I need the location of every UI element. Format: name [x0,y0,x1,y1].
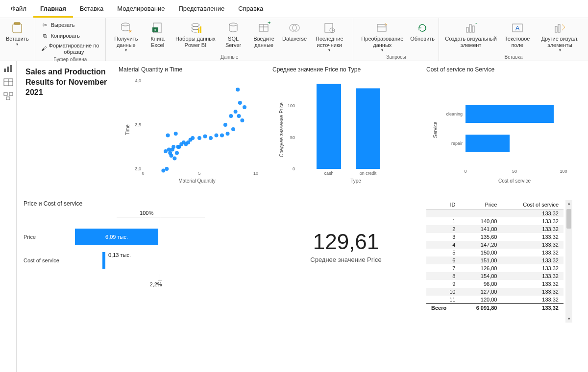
svg-point-74 [229,114,233,118]
kpi-value: 129,61 [272,230,419,254]
svg-point-75 [231,127,235,131]
scatter-visual[interactable]: Material Quantity и Time Time Material Q… [119,66,266,193]
svg-rect-96 [466,105,554,123]
svg-point-80 [240,118,244,122]
svg-point-78 [237,114,241,118]
svg-text:50: 50 [290,135,295,140]
ribbon-group-label: Запросы [357,53,435,60]
table-row[interactable]: 6151,00133,32 [426,256,564,264]
pbi-datasets-button[interactable]: Наборы данных Power BI [173,20,218,49]
sql-server-button[interactable]: SQL Server [221,20,245,49]
tab-file[interactable]: Файл [4,2,33,18]
table-row[interactable]: 996,00133,32 [426,280,564,288]
recent-sources-button[interactable]: Последние источники▾ [310,20,349,53]
database-arrow-icon [119,21,133,35]
table-row[interactable]: 4147,20133,32 [426,241,564,249]
col-cost[interactable]: Cost of service [502,200,564,209]
paste-label: Вставить [6,36,29,42]
svg-point-51 [167,147,171,151]
paste-button[interactable]: Вставить ▾ [4,20,31,47]
transform-data-button[interactable]: Преобразование данных▾ [357,20,407,53]
svg-text:cash: cash [324,171,333,176]
tab-modeling[interactable]: Моделирование [110,2,172,18]
textbox-button[interactable]: A Текстовое поле [502,20,533,49]
table-visual[interactable]: ID Price Cost of service 133,321140,0013… [426,200,573,347]
bar-service-visual[interactable]: Cost of service по Service Service Cost … [426,66,573,193]
dataverse-icon [288,21,301,35]
tab-home[interactable]: Главная [33,2,73,18]
funnel-label: Price [24,234,70,240]
copy-button[interactable]: ⧉ Копировать [39,31,82,41]
svg-point-76 [234,110,238,114]
enter-data-button[interactable]: + Введите данные [248,20,279,49]
svg-rect-23 [469,24,471,32]
recent-icon [322,21,336,35]
svg-text:repair: repair [451,141,463,146]
table-row[interactable]: 5150,00133,32 [426,249,564,256]
tab-help[interactable]: Справка [231,2,270,18]
table-row[interactable]: 7126,00133,32 [426,264,564,272]
svg-rect-36 [4,93,7,95]
refresh-button[interactable]: Обновить [410,20,435,43]
get-data-button[interactable]: Получить данные▾ [110,20,143,53]
tab-insert[interactable]: Вставка [73,2,110,18]
svg-text:50: 50 [512,169,517,174]
svg-text:3,0: 3,0 [135,166,141,171]
cut-button[interactable]: ✂ Вырезать [39,20,77,30]
report-canvas[interactable]: Sales and Production Results for Novembe… [17,61,588,372]
svg-point-69 [209,136,213,140]
funnel-chart: 100% Price 6,09 тыс. Cost of service 0,1… [24,210,266,287]
scatter-chart: Time Material Quantity 3,03,54,00510 [119,76,266,184]
ribbon-group-queries: Преобразование данных▾ Обновить Запросы [353,18,439,61]
svg-point-68 [203,134,207,138]
chevron-down-icon: ▾ [16,42,18,46]
more-visuals-button[interactable]: Другие визуал. элементы▾ [536,20,584,53]
svg-text:3,5: 3,5 [135,122,141,127]
scroll-thumb[interactable] [566,209,571,229]
data-table: ID Price Cost of service 133,321140,0013… [426,200,564,312]
scroll-down-icon[interactable]: ▾ [568,316,570,323]
funnel-visual[interactable]: Price и Cost of service 100% Price 6,09 … [24,200,266,347]
table-row[interactable]: 11120,00133,32 [426,296,564,304]
table-row[interactable]: 2141,00133,32 [426,225,564,233]
table-row[interactable]: 1140,00133,32 [426,217,564,225]
table-scrollbar[interactable]: ▴ ▾ [565,200,572,323]
table-row[interactable]: 8154,00133,32 [426,272,564,280]
col-id[interactable]: ID [426,200,460,209]
svg-point-73 [226,132,230,136]
chart-title: Price и Cost of service [24,200,266,207]
report-view-button[interactable] [3,64,14,73]
new-visual-button[interactable]: + Создать визуальный элемент [443,20,499,49]
funnel-bar-price: 6,09 тыс. [75,229,158,245]
svg-rect-98 [466,135,510,152]
svg-text:Service: Service [433,121,438,138]
table-row[interactable]: 133,32 [426,209,564,218]
svg-text:on credit: on credit [360,171,377,176]
col-price[interactable]: Price [460,200,502,209]
kpi-visual[interactable]: 129,61 Среднее значение Price [272,200,419,347]
svg-point-16 [290,24,296,31]
svg-rect-1 [13,24,22,33]
svg-point-48 [164,149,168,153]
bar-type-chart: Среднее значение Price Type 050100cashon… [272,76,419,184]
format-painter-button[interactable]: 🖌 Форматирование по образцу [39,42,101,56]
svg-point-58 [175,151,179,155]
dataverse-button[interactable]: Dataverse [282,20,307,43]
svg-point-81 [243,105,246,109]
table-row[interactable]: 3135,60133,32 [426,233,564,241]
tab-view[interactable]: Представление [172,2,231,18]
title-textbox[interactable]: Sales and Production Results for Novembe… [24,66,112,193]
svg-rect-30 [4,69,6,72]
scroll-up-icon[interactable]: ▴ [568,200,570,207]
chart-title: Cost of service по Service [426,66,573,73]
shapes-icon [553,21,567,35]
table-row[interactable]: 10127,00133,32 [426,288,564,296]
model-view-button[interactable] [3,92,14,100]
copy-icon: ⧉ [41,32,49,40]
data-view-button[interactable] [3,78,14,87]
svg-rect-10 [200,26,201,33]
menubar: Файл Главная Вставка Моделирование Предс… [0,0,588,18]
excel-button[interactable]: X Книга Excel [146,20,170,49]
view-switcher [0,61,17,372]
bar-type-visual[interactable]: Среднее значение Price по Type Среднее з… [272,66,419,193]
